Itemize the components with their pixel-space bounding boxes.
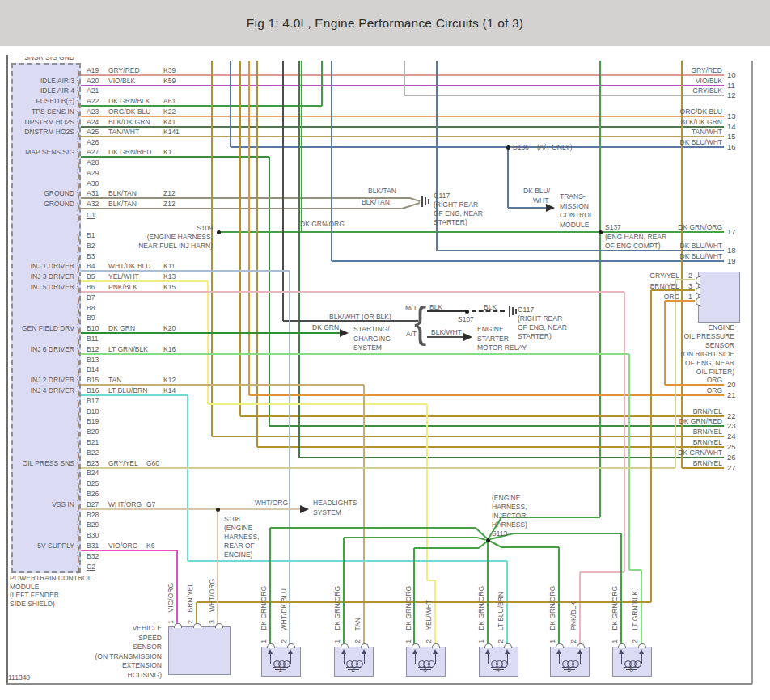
wire-segment — [514, 533, 621, 534]
wire-segment — [321, 61, 323, 106]
exit-wire-color-label: GRY/RED — [691, 66, 722, 75]
injector-pin-number: 2 — [423, 634, 434, 643]
vertical-wire-label-text: DK GRN/ORG — [611, 586, 619, 630]
vss-label-line: SPEED — [138, 634, 162, 643]
pcm-pin-bracket: ) — [77, 347, 80, 356]
injector-arrow-icon — [362, 649, 366, 654]
vss-pin-number: 2 — [184, 614, 196, 624]
pcm-pin-bracket: ) — [77, 201, 80, 211]
pcm-pin-id: B20 — [87, 428, 99, 436]
vertical-wire-label-text: 2 — [569, 639, 578, 643]
pcm-pin-bracket: ) — [77, 181, 80, 191]
pcm-pin-function: MAP SENS SIG — [25, 148, 74, 157]
injector-arrow-icon — [433, 649, 438, 654]
wire-segment — [81, 85, 724, 86]
pcm-pin-id: A29 — [87, 169, 99, 178]
injector-pin-notch — [412, 643, 420, 648]
oil-pressure-sensor-label-line: ENGINE — [708, 323, 734, 332]
pcm-pin-bracket: ) — [77, 233, 80, 242]
wire-segment — [81, 291, 624, 293]
arrow-icon — [300, 505, 309, 513]
vertical-wire-label-text: 2 — [186, 620, 194, 624]
wire-segment — [230, 61, 231, 147]
figure-title-bar: Fig 1: 4.0L, Engine Performance Circuits… — [0, 0, 770, 46]
wire-segment-diagonal — [478, 541, 487, 549]
exit-wire-color-label: DK GRN/ORG — [678, 223, 722, 232]
wire-segment — [414, 547, 479, 549]
exit-wire-number: 22 — [727, 411, 736, 420]
wire-segment — [239, 61, 241, 416]
injector-pin-number: 1 — [332, 634, 343, 643]
ground-note-line: (RIGHT REAR — [434, 200, 478, 209]
vertical-wire-label-text: WHT/DK BLU — [280, 588, 288, 630]
wire-color-label: BLK — [484, 303, 497, 312]
wire-segment — [270, 527, 476, 529]
exit-wire-number: 27 — [727, 463, 736, 472]
pcm-pin-bracket: ) — [77, 367, 80, 377]
arrow-icon — [463, 333, 472, 341]
splice-note-line: HARNESS, — [492, 503, 527, 512]
pcm-pin-bracket: ) — [77, 160, 80, 170]
wire-segment — [507, 147, 509, 208]
pcm-pin-bracket: ) — [77, 140, 80, 150]
injector-pin-wire-label: YEL/WHT — [423, 576, 434, 630]
wire-segment — [404, 95, 724, 96]
pcm-pin-function: GROUND — [44, 189, 74, 198]
wire-segment — [81, 394, 188, 396]
pcm-pin-id: B22 — [87, 449, 99, 458]
vss-pin-wire-label: BRN/YEL — [184, 562, 196, 612]
pcm-pin-id: B1 — [87, 231, 95, 240]
vss-label-line: EXTENSION — [122, 661, 162, 670]
pcm-pin-function: VSS IN — [52, 500, 74, 509]
injector-arrow-icon — [485, 649, 490, 654]
wire-segment — [558, 547, 560, 647]
ground-icon — [509, 306, 510, 317]
pcm-pin-id: B29 — [87, 521, 99, 529]
splice-note-line: (ENGINE — [492, 494, 520, 503]
wire-segment — [81, 116, 724, 117]
injector-pin-notch — [287, 643, 295, 648]
pcm-pin-id: B7 — [87, 293, 95, 302]
arrow-icon — [340, 329, 349, 337]
vertical-wire-label-text: 1 — [477, 639, 485, 643]
target-label-line: SYSTEM — [313, 508, 341, 517]
sensor-pin-wire-label: GRY/YEL — [649, 272, 679, 280]
ground-note-line: OF ENG, NEAR — [518, 323, 567, 332]
vertical-wire-label-text: 2 — [497, 639, 505, 643]
pcm-pin-id: B18 — [87, 407, 99, 416]
pcm-pin-id: B24 — [87, 469, 99, 478]
vss-label-line: SENSOR — [133, 643, 162, 652]
vertical-wire-label-text: VIO/ORG — [167, 583, 175, 612]
ground-note-line: STARTER) — [434, 218, 468, 227]
pcm-pin-id: A26 — [87, 138, 99, 147]
pcm-pin-bracket: ) — [77, 461, 80, 470]
wire-segment — [257, 446, 724, 448]
exit-wire-color-label: ORG/DK BLU — [680, 108, 722, 116]
vehicle-speed-sensor-box — [168, 626, 231, 675]
vss-pin-wire-label: VIO/ORG — [165, 562, 176, 612]
wire-segment — [487, 538, 489, 647]
target-label-line: CONTROL — [560, 211, 594, 220]
ground-note-line: STARTER) — [518, 332, 552, 341]
pcm-pin-bracket: ) — [77, 377, 80, 387]
splice-id: S109 — [197, 224, 213, 233]
target-label-line: TRANS- — [560, 192, 586, 201]
injector-arrow-icon — [288, 649, 293, 654]
exit-wire-color-label: ORG — [707, 386, 722, 395]
wire-segment — [256, 61, 258, 447]
exit-wire-number: 19 — [727, 256, 736, 265]
vertical-wire-label-text: PNK/BLK — [569, 601, 578, 630]
pcm-pin-id: B25 — [87, 479, 99, 488]
wire-segment — [81, 197, 410, 199]
exit-wire-number: 20 — [727, 380, 736, 389]
pcm-pin-bracket: ) — [77, 129, 80, 139]
splice-dot-s136 — [506, 145, 510, 150]
target-label-line: ENGINE — [477, 325, 504, 334]
injector-pin-notch — [484, 643, 493, 648]
splice-dot-s107 — [465, 310, 469, 314]
injector-number: 2 — [334, 665, 372, 674]
wire-segment — [620, 533, 622, 647]
wire-segment — [343, 538, 345, 647]
pcm-clipped-label: SNSR SIG GND — [16, 57, 76, 62]
target-label-line: STARTING/ — [353, 325, 390, 334]
